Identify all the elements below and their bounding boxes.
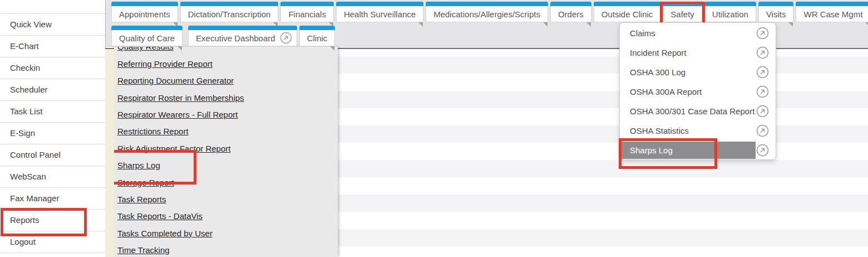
sidebar-item-clipped bbox=[0, 0, 105, 14]
tab-accent-bar bbox=[796, 2, 868, 6]
sidebar-item[interactable]: Scheduler bbox=[0, 79, 105, 101]
sidebar-item-label: Task List bbox=[10, 106, 42, 116]
safety-menu-item[interactable]: OSHA Statistics bbox=[620, 121, 776, 140]
menu-item-label: OSHA 300A Report bbox=[630, 87, 702, 96]
sidebar-item[interactable]: Checkin bbox=[0, 57, 105, 79]
module-tab[interactable]: WR Case Mgmt bbox=[796, 2, 868, 28]
menu-item-label: OSHA Statistics bbox=[630, 126, 689, 135]
safety-menu-item[interactable]: OSHA 300A Report bbox=[620, 82, 776, 101]
report-link-list: Quality Results Referring Provider Repor… bbox=[114, 47, 338, 257]
tab-accent-bar bbox=[663, 2, 702, 6]
report-link[interactable]: Respirator Roster in Memberships bbox=[117, 93, 244, 103]
sidebar-item-label: Quick View bbox=[10, 20, 52, 29]
tab-label: Appointments bbox=[119, 9, 170, 19]
tab-accent-bar bbox=[188, 26, 297, 30]
tab-label: Clinic bbox=[307, 33, 328, 43]
report-link-row: Referring Provider Report bbox=[114, 54, 338, 71]
safety-dropdown-menu: Claims Incident Report OSHA 300 Log bbox=[619, 22, 776, 160]
tab-label: Orders bbox=[558, 9, 584, 19]
report-link[interactable]: Referring Provider Report bbox=[117, 59, 213, 69]
sidebar-item[interactable]: Task List bbox=[0, 101, 105, 123]
sidebar-item[interactable]: WebScan bbox=[0, 166, 105, 188]
report-link-row: Respirator Wearers - Full Report bbox=[114, 105, 338, 122]
tab-accent-bar bbox=[180, 2, 279, 6]
open-in-new-icon[interactable] bbox=[756, 85, 769, 98]
sidebar: Quick View E-Chart Checkin Scheduler Tas… bbox=[0, 0, 106, 257]
tab-accent-bar bbox=[336, 2, 423, 6]
report-link[interactable]: Task Reports - DataVis bbox=[117, 211, 203, 221]
menu-item-label: Claims bbox=[630, 28, 655, 38]
module-tab[interactable]: Appointments bbox=[111, 2, 178, 28]
sidebar-item[interactable]: Reports bbox=[0, 210, 105, 231]
module-tab[interactable]: Medications/Allergies/Scripts bbox=[426, 2, 548, 28]
sidebar-item-label: Control Panel bbox=[10, 150, 61, 159]
report-link[interactable]: Reporting Document Generator bbox=[117, 76, 234, 85]
report-link-row: Risk Adjustment Factor Report bbox=[114, 139, 338, 156]
report-link-row: Task Reports - DataVis bbox=[114, 207, 338, 224]
tab-label: Utilization bbox=[712, 9, 748, 19]
tab-label: Quality of Care bbox=[119, 33, 175, 43]
sidebar-item[interactable]: Control Panel bbox=[0, 144, 105, 166]
open-in-new-icon[interactable] bbox=[756, 144, 769, 157]
sidebar-item-label: E-Sign bbox=[10, 128, 35, 138]
report-link-row: Time Tracking bbox=[114, 241, 338, 257]
tab-accent-bar bbox=[426, 2, 548, 6]
open-in-new-icon[interactable] bbox=[756, 66, 769, 79]
report-link-row: Sharps Log bbox=[114, 156, 338, 173]
report-link-row: Respirator Roster in Memberships bbox=[114, 88, 338, 105]
tab-accent-bar bbox=[111, 26, 183, 30]
sidebar-item-label: Scheduler bbox=[10, 85, 48, 94]
safety-menu-item[interactable]: OSHA 300/301 Case Data Report bbox=[620, 101, 776, 121]
open-in-new-icon[interactable] bbox=[756, 124, 769, 137]
tab-label: Financials bbox=[288, 9, 326, 19]
report-link[interactable]: Sharps Log bbox=[117, 161, 160, 170]
sidebar-item-label: Checkin bbox=[10, 63, 40, 72]
open-in-new-icon[interactable] bbox=[756, 46, 769, 59]
module-tab[interactable]: Clinic bbox=[299, 26, 336, 52]
report-link[interactable]: Tasks Completed by User bbox=[117, 229, 213, 238]
sidebar-item-label: WebScan bbox=[10, 172, 46, 181]
sidebar-item[interactable]: E-Chart bbox=[0, 36, 105, 57]
module-tab[interactable]: Dictation/Transcription bbox=[180, 2, 279, 28]
report-link-row: Reporting Document Generator bbox=[114, 71, 338, 88]
tab-label: Health Surveillance bbox=[344, 9, 416, 19]
safety-menu-item[interactable]: OSHA 300 Log bbox=[620, 62, 776, 82]
content-area bbox=[338, 47, 868, 257]
content-empty-rows bbox=[338, 49, 868, 257]
tab-label: Safety bbox=[670, 9, 694, 19]
report-link[interactable]: Restrictions Report bbox=[117, 127, 189, 136]
menu-item-label: OSHA 300 Log bbox=[630, 67, 685, 77]
report-link[interactable]: Storage Report bbox=[117, 178, 174, 187]
tab-accent-bar bbox=[299, 26, 336, 30]
report-link[interactable]: Time Tracking bbox=[117, 245, 170, 255]
open-in-new-icon[interactable] bbox=[280, 32, 292, 44]
tab-accent-bar bbox=[594, 2, 661, 6]
safety-menu-item[interactable]: Sharps Log bbox=[620, 140, 776, 160]
report-link[interactable]: Task Reports bbox=[117, 195, 166, 204]
report-link[interactable]: Respirator Wearers - Full Report bbox=[117, 110, 238, 119]
open-in-new-icon[interactable] bbox=[756, 27, 769, 40]
tab-accent-bar bbox=[758, 2, 794, 6]
tab-accent-bar bbox=[704, 2, 756, 6]
module-tab[interactable]: Quality of Care bbox=[111, 26, 183, 52]
report-link-row: Task Reports bbox=[114, 190, 338, 207]
sidebar-item[interactable]: Quick View bbox=[0, 14, 105, 36]
tab-accent-bar bbox=[111, 2, 178, 6]
module-tab[interactable]: Orders bbox=[550, 2, 591, 28]
sidebar-item[interactable]: Logout bbox=[0, 231, 105, 253]
module-tab[interactable]: Health Surveillance bbox=[336, 2, 423, 28]
report-link[interactable]: Risk Adjustment Factor Report bbox=[117, 144, 230, 153]
tab-label: Medications/Allergies/Scripts bbox=[433, 9, 540, 19]
module-tab[interactable]: Financials bbox=[280, 2, 334, 28]
sidebar-item-label: Reports bbox=[10, 215, 40, 225]
tab-accent-bar bbox=[280, 2, 334, 6]
open-in-new-icon[interactable] bbox=[756, 105, 769, 118]
sidebar-item[interactable]: Fax Manager bbox=[0, 188, 105, 210]
tab-label: Executive Dashboard bbox=[196, 33, 275, 43]
safety-menu-item[interactable]: Incident Report bbox=[620, 43, 776, 62]
safety-menu-item[interactable]: Claims bbox=[620, 23, 776, 43]
report-link-row: Storage Report bbox=[114, 173, 338, 190]
tab-accent-bar bbox=[550, 2, 591, 6]
module-tab[interactable]: Executive Dashboard bbox=[188, 26, 297, 52]
sidebar-item[interactable]: E-Sign bbox=[0, 123, 105, 144]
